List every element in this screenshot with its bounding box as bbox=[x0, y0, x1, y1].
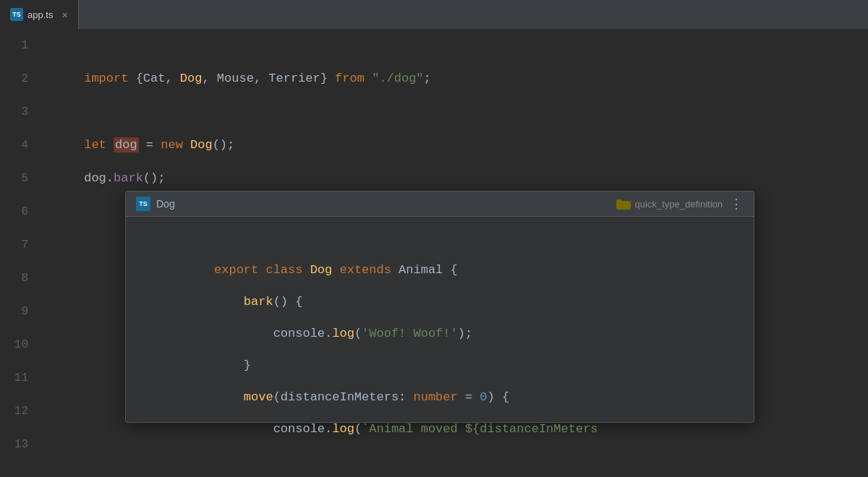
tab-filename: app.ts bbox=[27, 9, 53, 20]
line-numbers: 1 2 3 4 5 6 7 8 9 10 11 12 13 bbox=[0, 29, 40, 477]
tab-app-ts[interactable]: TS app.ts ✕ bbox=[0, 0, 79, 29]
popup-path: quick_type_definition bbox=[635, 199, 723, 210]
svg-rect-1 bbox=[616, 199, 622, 202]
popup-body: export class Dog extends Animal { bark()… bbox=[126, 217, 754, 422]
popup-ts-icon: TS bbox=[136, 197, 150, 211]
editor-area: 1 2 3 4 5 6 7 8 9 10 11 12 13 import {Ca… bbox=[0, 29, 868, 477]
tab-bar: TS app.ts ✕ bbox=[0, 0, 868, 29]
folder-icon bbox=[616, 198, 631, 210]
popup-header-right: quick_type_definition ⋮ bbox=[616, 196, 744, 212]
code-line-1: import {Cat, Dog, Mouse, Terrier} from "… bbox=[40, 29, 868, 62]
ts-file-icon: TS bbox=[10, 8, 23, 21]
quick-definition-popup: TS Dog quick_type_definition ⋮ bbox=[125, 191, 754, 423]
more-options-button[interactable]: ⋮ bbox=[730, 196, 744, 212]
popup-header: TS Dog quick_type_definition ⋮ bbox=[126, 192, 754, 217]
popup-line-1: export class Dog extends Animal { bbox=[140, 223, 739, 254]
popup-title: Dog bbox=[156, 198, 175, 210]
popup-header-left: TS Dog bbox=[136, 197, 175, 211]
code-line-3: let dog = new Dog(); bbox=[40, 95, 868, 129]
tab-close-button[interactable]: ✕ bbox=[61, 9, 67, 21]
code-area[interactable]: import {Cat, Dog, Mouse, Terrier} from "… bbox=[40, 29, 868, 477]
